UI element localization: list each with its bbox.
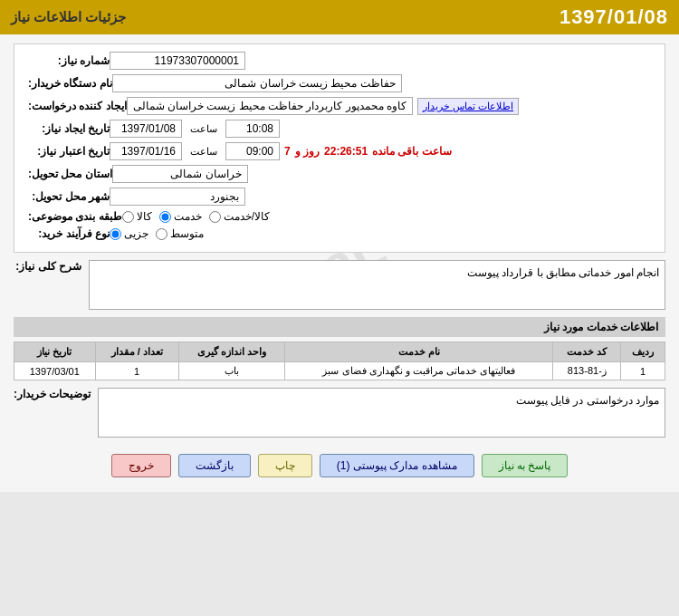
creation-date-label: تاریخ ایجاد نیاز: [28, 122, 110, 135]
top-bar: 1397/01/08 جزئیات اطلاعات نیاز [0, 0, 679, 34]
cell-date: 1397/03/01 [14, 362, 96, 380]
creator-value: کاوه محمدپور کاربردار حفاظت محیط زیست خر… [127, 97, 413, 115]
validity-date-label: تاریخ اعتبار نیاز: [28, 145, 110, 158]
need-number-value: 11973307000001 [110, 52, 245, 70]
city-value: بجنورد [110, 188, 245, 206]
province-label: استان محل تحویل: [28, 168, 112, 180]
buyer-notes-value: موارد درخواستی در فایل پیوست [516, 394, 659, 407]
category-radio-goods: کالا [122, 210, 152, 223]
province-value: خراسان شمالی [112, 165, 248, 183]
buyer-notes-box: موارد درخواستی در فایل پیوست [98, 388, 665, 438]
validity-date-row: ساعت باقی مانده 22:26:51 روز و 7 09:00 س… [24, 142, 655, 160]
need-number-label: شماره نیاز: [28, 54, 110, 67]
category-label: طبقه بندی موضوعی: [28, 210, 122, 223]
city-label: شهر محل تحویل: [28, 190, 110, 203]
remaining-label: ساعت باقی مانده [372, 145, 452, 158]
print-button[interactable]: چاپ [258, 454, 312, 477]
category-goods-service-label: کالا/خدمت [224, 210, 270, 223]
services-table-header: ردیف کد خدمت نام خدمت واحد اندازه گیری ت… [14, 342, 665, 362]
contact-link[interactable]: اطلاعات تماس خریدار [417, 98, 519, 115]
creation-time-value: 10:08 [225, 120, 280, 138]
purchase-type-minor-label: جزیی [124, 227, 148, 240]
purchase-type-radio-group: متوسط جزیی [110, 227, 204, 240]
purchase-type-medium: متوسط [156, 227, 204, 240]
creation-date-row: 10:08 ساعت 1397/01/08 تاریخ ایجاد نیاز: [24, 120, 655, 138]
province-row: خراسان شمالی استان محل تحویل: [24, 165, 655, 183]
validity-time-label: ساعت [190, 146, 217, 158]
category-radio-service-input[interactable] [159, 211, 171, 223]
description-box: انجام امور خدماتی مطابق با قرارداد پیوست [89, 260, 665, 310]
header-date: 1397/01/08 [559, 5, 668, 29]
remaining-days-label: روز و [295, 145, 320, 158]
description-value: انجام امور خدماتی مطابق با قرارداد پیوست [467, 266, 659, 279]
category-radio-group: کالا/خدمت خدمت کالا [122, 210, 270, 223]
col-code: کد خدمت [553, 342, 621, 362]
category-radio-goods-input[interactable] [122, 211, 134, 223]
need-number-row: 11973307000001 شماره نیاز: [24, 52, 655, 70]
city-row: بجنورد شهر محل تحویل: [24, 188, 655, 206]
buyer-notes-section: موارد درخواستی در فایل پیوست توضیحات خری… [14, 388, 665, 438]
purchase-type-label: نوع فرآیند خرید: [28, 227, 110, 240]
buttons-row: پاسخ به نیاز مشاهده مدارک پیوستی (1) چاپ… [14, 445, 665, 483]
buyer-name-label: نام دستگاه خریدار: [28, 77, 112, 90]
services-table-body: 1ز-81-813فعالیتهای خدماتی مراقبت و نگهدا… [14, 362, 665, 380]
col-count: تعداد / مقدار [95, 342, 178, 362]
reply-button[interactable]: پاسخ به نیاز [482, 454, 569, 477]
main-info-section: 11973307000001 شماره نیاز: حفاظت محیط زی… [14, 43, 665, 253]
validity-time-value: 09:00 [225, 142, 280, 160]
cell-name: فعالیتهای خدماتی مراقبت و نگهداری فضای س… [285, 362, 553, 380]
purchase-type-minor: جزیی [110, 227, 148, 240]
description-label: شرح کلی نیاز: [14, 260, 81, 273]
buyer-name-value: حفاظت محیط زیست خراسان شمالی [112, 74, 402, 92]
back-button[interactable]: بازگشت [178, 454, 251, 477]
purchase-type-row: متوسط جزیی نوع فرآیند خرید: [24, 227, 655, 240]
exit-button[interactable]: خروج [111, 454, 171, 477]
buyer-name-row: حفاظت محیط زیست خراسان شمالی نام دستگاه … [24, 74, 655, 92]
buyer-notes-label: توضیحات خریدار: [14, 388, 91, 400]
cell-code: ز-81-813 [553, 362, 621, 380]
remaining-time: 22:26:51 [324, 145, 368, 158]
creator-label: ایجاد کننده درخواست: [28, 100, 127, 112]
creator-row: اطلاعات تماس خریدار کاوه محمدپور کاربردا… [24, 97, 655, 115]
table-row: 1ز-81-813فعالیتهای خدماتی مراقبت و نگهدا… [14, 362, 665, 380]
purchase-type-medium-label: متوسط [170, 227, 204, 240]
services-section: اطلاعات خدمات مورد نیاز ردیف کد خدمت نام… [14, 317, 665, 380]
purchase-type-minor-input[interactable] [110, 228, 121, 240]
validity-date-value: 1397/01/16 [110, 142, 182, 160]
page-title: جزئیات اطلاعات نیاز [11, 9, 126, 25]
services-table: ردیف کد خدمت نام خدمت واحد اندازه گیری ت… [14, 342, 665, 380]
col-unit: واحد اندازه گیری [178, 342, 284, 362]
creation-time-label: ساعت [190, 123, 217, 135]
remaining-days: 7 [284, 145, 291, 158]
cell-row: 1 [621, 362, 665, 380]
category-radio-goods-service-input[interactable] [209, 211, 221, 223]
view-docs-button[interactable]: مشاهده مدارک پیوستی (1) [320, 454, 474, 477]
category-service-label: خدمت [174, 210, 202, 223]
category-radio-goods-service: کالا/خدمت [209, 210, 270, 223]
description-section: انجام امور خدماتی مطابق با قرارداد پیوست… [14, 260, 665, 310]
col-row: ردیف [621, 342, 665, 362]
category-goods-label: کالا [137, 210, 152, 223]
col-date: تاریخ نیاز [14, 342, 96, 362]
cell-count: 1 [95, 362, 178, 380]
category-radio-service: خدمت [159, 210, 202, 223]
col-name: نام خدمت [285, 342, 553, 362]
category-row: کالا/خدمت خدمت کالا طبقه بندی موضوعی: [24, 210, 655, 223]
purchase-type-medium-input[interactable] [156, 228, 167, 240]
services-title: اطلاعات خدمات مورد نیاز [14, 317, 665, 337]
cell-unit: باب [178, 362, 284, 380]
creation-date-value: 1397/01/08 [110, 120, 182, 138]
